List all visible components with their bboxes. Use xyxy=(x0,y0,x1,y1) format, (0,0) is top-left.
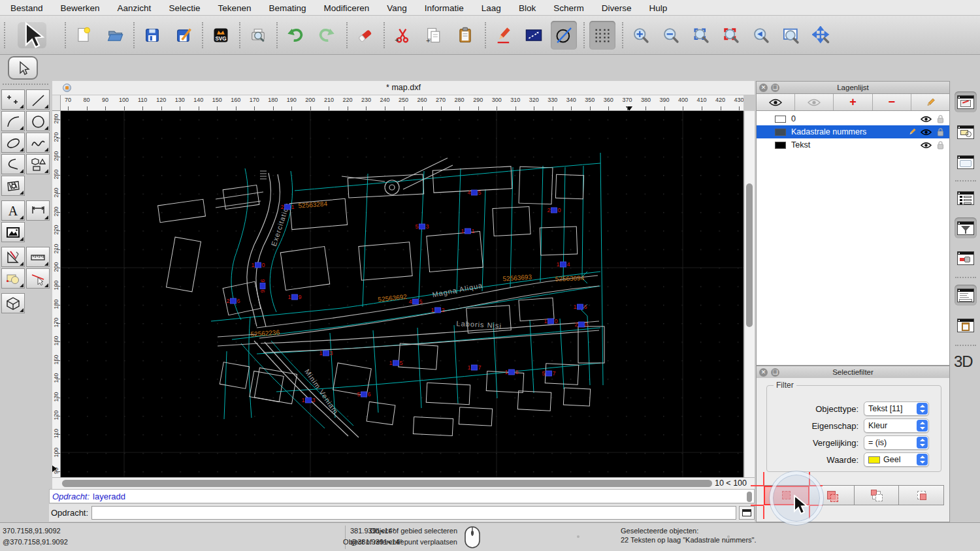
tool-modify-shapes[interactable] xyxy=(1,268,25,289)
horizontal-scroll-thumb[interactable] xyxy=(62,480,712,487)
grid-toggle[interactable] xyxy=(589,21,615,50)
show-all-layers-button[interactable] xyxy=(757,94,795,110)
waarde-select[interactable]: Geel xyxy=(864,452,929,467)
stepper-icon[interactable] xyxy=(917,403,928,415)
zoom-selection-button[interactable] xyxy=(718,21,744,50)
menu-diverse[interactable]: Diverse xyxy=(602,3,632,13)
red-pencil-button[interactable] xyxy=(491,21,517,50)
save-button[interactable] xyxy=(139,21,165,50)
zoom-previous-button[interactable] xyxy=(748,21,774,50)
command-input[interactable] xyxy=(91,506,736,520)
tool-ellipse[interactable] xyxy=(1,133,25,153)
tool-points[interactable] xyxy=(1,89,25,110)
circle-slash-toggle[interactable] xyxy=(551,21,577,50)
select-tool-button[interactable] xyxy=(18,22,46,48)
layer-lock-icon[interactable] xyxy=(937,128,944,136)
layer-row-0[interactable]: 0 xyxy=(757,112,949,125)
menu-informatie[interactable]: Informatie xyxy=(425,3,464,13)
tool-trim[interactable] xyxy=(26,268,50,289)
layer-visible-icon[interactable] xyxy=(921,129,932,136)
close-icon[interactable]: ✕ xyxy=(759,368,768,377)
add-layer-button[interactable]: + xyxy=(834,94,872,110)
tool-hatch[interactable] xyxy=(1,176,25,196)
undo-button[interactable] xyxy=(282,21,308,50)
menu-blok[interactable]: Blok xyxy=(519,3,536,13)
stepper-icon[interactable] xyxy=(917,420,928,432)
pan-button[interactable] xyxy=(808,21,834,50)
tool-measure-ruler[interactable] xyxy=(26,247,50,267)
paste-button[interactable] xyxy=(452,21,478,50)
layer-name[interactable]: Kadastrale nummers xyxy=(791,127,866,136)
tool-arc[interactable] xyxy=(1,111,25,131)
filter-intersect-selection-button[interactable] xyxy=(899,485,944,505)
menu-vang[interactable]: Vang xyxy=(387,3,407,13)
canvas-vertical-scrollbar[interactable] xyxy=(745,111,755,477)
layer-color-swatch[interactable] xyxy=(775,142,786,149)
hide-all-layers-button[interactable] xyxy=(795,94,834,110)
tool-dimension[interactable] xyxy=(26,200,50,221)
tool-circle[interactable] xyxy=(26,111,50,131)
canvas-horizontal-scrollbar[interactable]: 10 < 100 xyxy=(52,477,755,489)
menu-laag[interactable]: Laag xyxy=(482,3,501,13)
layer-row-kadastrale-nummers[interactable]: Kadastrale nummers xyxy=(757,125,949,138)
vertical-scroll-thumb[interactable] xyxy=(746,183,753,327)
objecttype-select[interactable]: Tekst [11] xyxy=(864,401,929,416)
drawing-canvas[interactable]: ExercitationMagna AliquaLaboris NisiMini… xyxy=(61,111,743,477)
zoom-extents-button[interactable] xyxy=(688,21,714,50)
menu-aanzicht[interactable]: Aanzicht xyxy=(118,3,152,13)
shapes-panel-button[interactable] xyxy=(955,121,977,142)
layer-visible-icon[interactable] xyxy=(921,116,932,123)
layer-name[interactable]: Tekst xyxy=(791,140,810,150)
tool-image[interactable] xyxy=(1,222,25,242)
tool-box-3d[interactable] xyxy=(1,293,25,313)
filter-panel-button[interactable] xyxy=(955,217,977,238)
redo-button[interactable] xyxy=(314,21,340,50)
filter-add-to-selection-button[interactable] xyxy=(809,485,855,505)
save-as-button[interactable] xyxy=(171,21,197,50)
layers-panel-button[interactable] xyxy=(955,187,977,208)
palette-select-button[interactable] xyxy=(8,56,38,80)
properties-panel-button[interactable] xyxy=(955,91,977,112)
layer-visible-icon[interactable] xyxy=(921,142,932,149)
menu-scherm[interactable]: Scherm xyxy=(553,3,584,13)
zoom-out-button[interactable] xyxy=(658,21,684,50)
menu-tekenen[interactable]: Tekenen xyxy=(218,3,251,13)
eraser-button[interactable] xyxy=(352,21,378,50)
presentation-panel-button[interactable] xyxy=(955,247,977,268)
cut-button[interactable]: + xyxy=(389,21,416,50)
command-panel-button[interactable] xyxy=(955,285,977,306)
layer-row-tekst[interactable]: Tekst xyxy=(757,138,949,151)
remove-layer-button[interactable]: − xyxy=(873,94,911,110)
history-scroll-thumb[interactable] xyxy=(747,492,752,502)
dock-icon[interactable]: ❏ xyxy=(771,84,779,92)
edit-layer-button[interactable] xyxy=(911,94,949,110)
stepper-icon[interactable] xyxy=(917,437,928,449)
svg-export-button[interactable]: SVG xyxy=(208,21,234,50)
filter-subtract-from-selection-button[interactable] xyxy=(855,485,900,505)
tool-polyline[interactable] xyxy=(1,154,25,174)
menu-bemating[interactable]: Bemating xyxy=(269,3,306,13)
command-history-toggle-button[interactable] xyxy=(739,506,755,520)
tool-text[interactable]: A xyxy=(1,200,25,221)
tool-drafting[interactable] xyxy=(1,247,25,267)
open-file-button[interactable] xyxy=(102,21,128,50)
zoom-in-button[interactable] xyxy=(628,21,654,50)
menu-selectie[interactable]: Selectie xyxy=(169,3,200,13)
vergelijking-select[interactable]: = (is) xyxy=(864,435,929,450)
dock-icon[interactable]: ❏ xyxy=(771,368,779,377)
stepper-icon[interactable] xyxy=(917,454,928,465)
layer-color-swatch[interactable] xyxy=(775,129,786,136)
zoom-window-button[interactable] xyxy=(778,21,804,50)
menu-bewerken[interactable]: Bewerken xyxy=(61,3,100,13)
blank-panel-button[interactable] xyxy=(955,151,977,172)
new-file-button[interactable] xyxy=(71,21,97,50)
tool-line[interactable] xyxy=(26,89,50,110)
layer-lock-icon[interactable] xyxy=(937,141,944,150)
eigenschap-select[interactable]: Kleur xyxy=(864,418,929,433)
menu-bestand[interactable]: Bestand xyxy=(10,3,43,13)
clipboard-panel-button[interactable] xyxy=(955,315,977,336)
3d-mode-button[interactable]: 3D xyxy=(954,353,973,371)
measure-button[interactable] xyxy=(521,21,547,50)
tool-spline[interactable] xyxy=(26,133,50,153)
layer-color-swatch[interactable] xyxy=(775,116,786,123)
